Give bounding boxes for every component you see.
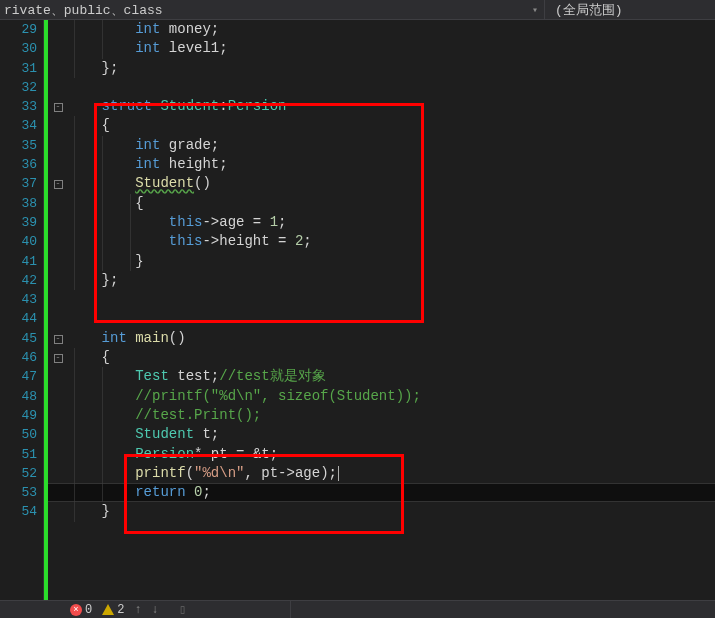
code-text: Student()	[68, 174, 211, 193]
code-text: }	[68, 502, 110, 521]
scope-dropdown-right[interactable]: (全局范围)	[545, 0, 715, 19]
code-line[interactable]: }	[48, 502, 715, 521]
line-number: 36	[0, 155, 37, 174]
code-text: Persion* pt = &t;	[68, 445, 278, 464]
line-number: 29	[0, 20, 37, 39]
code-text: int money;	[68, 20, 219, 39]
fold-minus-icon[interactable]: -	[54, 180, 63, 189]
line-number: 31	[0, 59, 37, 78]
line-number: 47	[0, 367, 37, 386]
code-line[interactable]: {	[48, 116, 715, 135]
code-text: this->age = 1;	[68, 213, 286, 232]
line-number: 51	[0, 445, 37, 464]
code-line[interactable]: - struct Student:Persion	[48, 97, 715, 116]
code-line[interactable]: - {	[48, 348, 715, 367]
line-number: 54	[0, 502, 37, 521]
line-number: 40	[0, 232, 37, 251]
code-text: int height;	[68, 155, 228, 174]
toolbar: rivate、public、class ▾ (全局范围)	[0, 0, 715, 20]
status-divider	[290, 601, 291, 618]
code-line[interactable]: //test.Print();	[48, 406, 715, 425]
fold-column[interactable]: -	[48, 348, 68, 367]
code-line[interactable]: int level1;	[48, 39, 715, 58]
code-text: Student t;	[68, 425, 219, 444]
code-line[interactable]: //printf("%d\n", sizeof(Student));	[48, 387, 715, 406]
code-line[interactable]	[48, 290, 715, 309]
code-text: this->height = 2;	[68, 232, 312, 251]
code-line[interactable]: Test test;//test就是对象	[48, 367, 715, 386]
line-number: 53	[0, 483, 37, 502]
code-text: //printf("%d\n", sizeof(Student));	[68, 387, 421, 406]
fold-minus-icon[interactable]: -	[54, 103, 63, 112]
scope-dropdown-left[interactable]: rivate、public、class ▾	[0, 0, 545, 19]
code-line[interactable]: Persion* pt = &t;	[48, 445, 715, 464]
line-number: 52	[0, 464, 37, 483]
line-number: 33	[0, 97, 37, 116]
code-line[interactable]	[48, 78, 715, 97]
scope-right-text: (全局范围)	[555, 1, 623, 19]
divider-icon: ▯	[179, 602, 186, 617]
chevron-down-icon: ▾	[532, 4, 538, 16]
code-area[interactable]: int money; int level1; };- struct Studen…	[48, 20, 715, 600]
line-number: 30	[0, 39, 37, 58]
code-text: };	[68, 59, 118, 78]
line-number: 46	[0, 348, 37, 367]
code-text: }	[68, 252, 144, 271]
code-text: Test test;//test就是对象	[68, 367, 326, 386]
code-line[interactable]: int money;	[48, 20, 715, 39]
fold-column[interactable]: -	[48, 97, 68, 116]
line-number: 49	[0, 406, 37, 425]
code-text: int grade;	[68, 136, 219, 155]
line-number-gutter: 2930313233343536373839404142434445464748…	[0, 20, 44, 600]
code-line[interactable]: this->age = 1;	[48, 213, 715, 232]
line-number: 38	[0, 194, 37, 213]
code-line[interactable]: - int main()	[48, 329, 715, 348]
arrow-up-icon[interactable]: ↑	[134, 603, 141, 617]
code-text: {	[68, 116, 110, 135]
code-line[interactable]: this->height = 2;	[48, 232, 715, 251]
code-text: int level1;	[68, 39, 228, 58]
code-text: };	[68, 271, 118, 290]
line-number: 45	[0, 329, 37, 348]
line-number: 48	[0, 387, 37, 406]
fold-column[interactable]: -	[48, 174, 68, 193]
line-number: 35	[0, 136, 37, 155]
code-text: struct Student:Persion	[68, 97, 286, 116]
code-line[interactable]: return 0;	[48, 483, 715, 502]
code-line[interactable]: int height;	[48, 155, 715, 174]
warning-icon	[102, 604, 114, 615]
fold-minus-icon[interactable]: -	[54, 335, 63, 344]
line-number: 32	[0, 78, 37, 97]
warnings-indicator[interactable]: 2	[102, 603, 124, 617]
error-icon: ×	[70, 604, 82, 616]
code-line[interactable]: Student t;	[48, 425, 715, 444]
code-line[interactable]: }	[48, 252, 715, 271]
code-text: //test.Print();	[68, 406, 261, 425]
code-line[interactable]	[48, 309, 715, 328]
line-number: 39	[0, 213, 37, 232]
warning-count: 2	[117, 603, 124, 617]
code-line[interactable]: - Student()	[48, 174, 715, 193]
line-number: 43	[0, 290, 37, 309]
status-bar: × 0 2 ↑ ↓ ▯	[0, 600, 715, 618]
code-line[interactable]: {	[48, 194, 715, 213]
error-count: 0	[85, 603, 92, 617]
code-text: {	[68, 348, 110, 367]
scope-left-text: rivate、public、class	[4, 1, 163, 19]
line-number: 42	[0, 271, 37, 290]
code-line[interactable]: int grade;	[48, 136, 715, 155]
fold-minus-icon[interactable]: -	[54, 354, 63, 363]
line-number: 44	[0, 309, 37, 328]
code-text: int main()	[68, 329, 186, 348]
arrow-down-icon[interactable]: ↓	[152, 603, 159, 617]
errors-indicator[interactable]: × 0	[70, 603, 92, 617]
line-number: 34	[0, 116, 37, 135]
fold-column[interactable]: -	[48, 329, 68, 348]
code-line[interactable]: };	[48, 59, 715, 78]
code-text: return 0;	[68, 483, 211, 502]
code-line[interactable]: printf("%d\n", pt->age);	[48, 464, 715, 483]
line-number: 41	[0, 252, 37, 271]
code-text: printf("%d\n", pt->age);	[68, 464, 339, 483]
line-number: 50	[0, 425, 37, 444]
code-line[interactable]: };	[48, 271, 715, 290]
